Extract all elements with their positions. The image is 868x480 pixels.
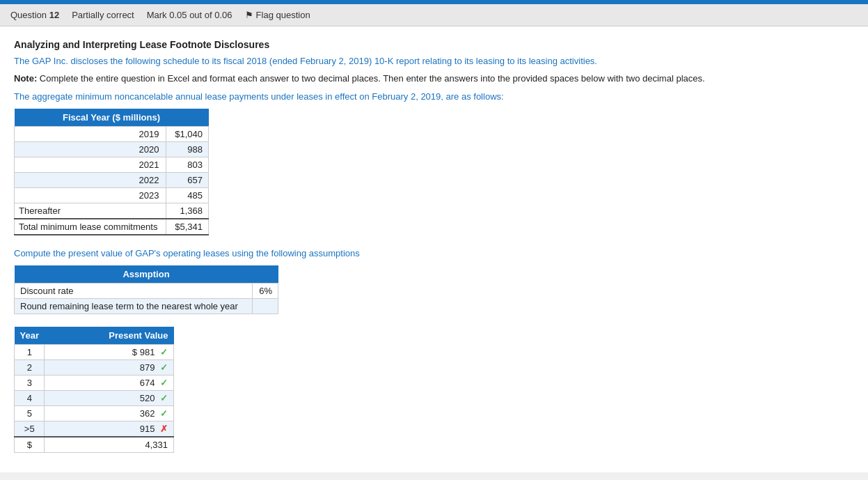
assumption-row: Discount rate6% xyxy=(15,283,278,298)
fiscal-value: 485 xyxy=(166,187,209,203)
fiscal-year: 2022 xyxy=(15,172,166,187)
check-icon: ✓ xyxy=(160,393,168,403)
main-title: Analyzing and Interpreting Lease Footnot… xyxy=(14,39,854,50)
thereafter-label: Thereafter xyxy=(15,203,166,219)
pv-total-value: 4,331 xyxy=(45,437,174,453)
pv-row: >5915 ✗ xyxy=(15,421,174,437)
pv-total-row: $4,331 xyxy=(15,437,174,453)
assumption-label: Discount rate xyxy=(15,283,253,298)
fiscal-value: $1,040 xyxy=(166,126,209,141)
pv-year: 3 xyxy=(15,375,45,390)
check-icon: ✓ xyxy=(160,347,168,357)
note-text: Note: Complete the entire question in Ex… xyxy=(14,72,854,86)
pv-value: 915 ✗ xyxy=(45,421,174,437)
total-value: $5,341 xyxy=(166,219,209,235)
fiscal-year: 2020 xyxy=(15,141,166,157)
fiscal-value: 988 xyxy=(166,141,209,157)
fiscal-row: 2023485 xyxy=(15,187,209,203)
fiscal-value: 803 xyxy=(166,157,209,172)
pv-year: 2 xyxy=(15,359,45,375)
thereafter-value: 1,368 xyxy=(166,203,209,219)
pv-col-value: Present Value xyxy=(45,327,174,345)
pv-row: 1$ 981 ✓ xyxy=(15,344,174,359)
question-label: Question 12 xyxy=(10,10,59,20)
flag-icon: ⚑ xyxy=(245,10,253,20)
pv-year: >5 xyxy=(15,421,45,437)
compute-text: Compute the present value of GAP's opera… xyxy=(14,248,854,258)
pv-value: 362 ✓ xyxy=(45,405,174,421)
pv-value: 879 ✓ xyxy=(45,359,174,375)
pv-row: 5362 ✓ xyxy=(15,405,174,421)
total-row: Total minimum lease commitments$5,341 xyxy=(15,219,209,235)
assumption-table: Assmption Discount rate6%Round remaining… xyxy=(14,265,278,314)
aggregate-text: The aggregate minimum noncancelable annu… xyxy=(14,91,854,102)
intro-text: The GAP Inc. discloses the following sch… xyxy=(14,56,854,66)
pv-year: 5 xyxy=(15,405,45,421)
pv-year: 1 xyxy=(15,344,45,359)
fiscal-row: 2020988 xyxy=(15,141,209,157)
fiscal-year-table: Fiscal Year ($ millions) 2019$1,04020209… xyxy=(14,109,209,235)
check-icon: ✓ xyxy=(160,408,168,419)
fiscal-row: 2021803 xyxy=(15,157,209,172)
pv-value: 674 ✓ xyxy=(45,375,174,390)
pv-row: 3674 ✓ xyxy=(15,375,174,390)
currency-prefix: $ xyxy=(132,347,137,357)
pv-value: 520 ✓ xyxy=(45,390,174,405)
pv-row: 2879 ✓ xyxy=(15,359,174,375)
assumption-value xyxy=(252,298,278,313)
flag-label: Flag question xyxy=(256,10,310,20)
cross-icon: ✗ xyxy=(160,424,168,434)
assumption-value: 6% xyxy=(252,283,278,298)
question-number: 12 xyxy=(49,10,59,20)
main-content: Analyzing and Interpreting Lease Footnot… xyxy=(0,26,868,472)
fiscal-year: 2023 xyxy=(15,187,166,203)
pv-year: 4 xyxy=(15,390,45,405)
pv-col-year: Year xyxy=(15,327,45,345)
note-bold: Note: xyxy=(14,73,37,84)
check-icon: ✓ xyxy=(160,378,168,388)
fiscal-value: 657 xyxy=(166,172,209,187)
pv-value: $ 981 ✓ xyxy=(45,344,174,359)
check-icon: ✓ xyxy=(160,362,168,373)
flag-question-link[interactable]: ⚑ Flag question xyxy=(245,10,310,20)
fiscal-year: 2021 xyxy=(15,157,166,172)
assumption-header: Assmption xyxy=(15,265,278,284)
fiscal-row: 2019$1,040 xyxy=(15,126,209,141)
pv-total-prefix: $ xyxy=(15,437,45,453)
pv-table: Year Present Value 1$ 981 ✓2879 ✓3674 ✓4… xyxy=(14,327,174,453)
total-label: Total minimum lease commitments xyxy=(15,219,166,235)
fiscal-year: 2019 xyxy=(15,126,166,141)
pv-row: 4520 ✓ xyxy=(15,390,174,405)
assumption-label: Round remaining lease term to the neares… xyxy=(15,298,253,313)
question-mark: Mark 0.05 out of 0.06 xyxy=(147,10,232,20)
question-status: Partially correct xyxy=(72,10,134,20)
fiscal-table-header: Fiscal Year ($ millions) xyxy=(15,109,209,127)
question-header: Question 12 Partially correct Mark 0.05 … xyxy=(0,4,868,26)
fiscal-row: 2022657 xyxy=(15,172,209,187)
assumption-row: Round remaining lease term to the neares… xyxy=(15,298,278,313)
thereafter-row: Thereafter1,368 xyxy=(15,203,209,219)
note-rest: Complete the entire question in Excel an… xyxy=(40,73,705,84)
